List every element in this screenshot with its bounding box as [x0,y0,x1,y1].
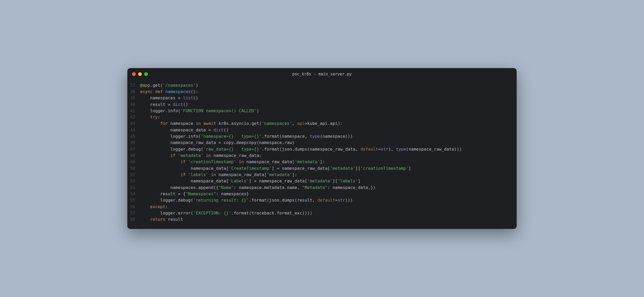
line-number: 55 [127,197,140,203]
code-line: 41 logger.info('FUNCTION namespaces() CA… [127,108,517,114]
code-content: logger.debug('returning result: {}'.form… [140,197,517,203]
code-line: 49 if 'creationTimestamp' in namespace_r… [127,159,517,165]
code-line: 44 namespace_data = dict() [127,127,517,133]
code-content: if 'labels' in namespace_raw_data['metad… [140,172,517,178]
code-line: 38async def namespaces(): [127,89,517,95]
code-content: namespaces.append({"Name": namespace.met… [140,185,517,191]
code-line: 42 try: [127,114,517,120]
line-number: 54 [127,191,140,197]
maximize-icon[interactable] [144,72,148,76]
code-line: 48 if 'metadata' in namespace_raw_data: [127,152,517,159]
line-number: 47 [127,146,140,152]
code-content: logger.info('namespace={} type={}'.forma… [140,133,517,140]
code-content: for namespace in await kr8s.asyncio.get(… [140,120,517,127]
code-content: result = dict() [140,101,517,108]
code-content: namespace_data['Labels'] = namespace_raw… [140,178,517,184]
code-content: logger.debug('raw_data={} type={}'.forma… [140,146,517,152]
line-number: 41 [127,108,140,114]
line-number: 53 [127,185,140,191]
code-content: namespace_data['CreateTimestamp'] = name… [140,165,517,172]
line-number: 40 [127,101,140,108]
code-content: return result [140,216,517,223]
code-line: 43 for namespace in await kr8s.asyncio.g… [127,120,517,127]
code-content: if 'creationTimestamp' in namespace_raw_… [140,159,517,165]
window-title: poc_kr8s - main_server.py [132,72,512,76]
code-content: @app.get('/namespaces') [140,82,517,89]
line-number: 45 [127,133,140,140]
line-number: 49 [127,159,140,165]
line-number: 50 [127,165,140,172]
code-line: 51 if 'labels' in namespace_raw_data['me… [127,172,517,178]
code-content: namespaces = list() [140,95,517,101]
code-line: 50 namespace_data['CreateTimestamp'] = n… [127,165,517,172]
line-number: 51 [127,172,140,178]
code-content: if 'metadata' in namespace_raw_data: [140,152,517,159]
line-number: 38 [127,89,140,95]
code-line: 47 logger.debug('raw_data={} type={}'.fo… [127,146,517,152]
code-content: except: [140,204,517,210]
line-number: 37 [127,82,140,89]
code-line: 40 result = dict() [127,101,517,108]
line-number: 44 [127,127,140,133]
code-line: 45 logger.info('namespace={} type={}'.fo… [127,133,517,140]
code-line: 54 result = {"Namespaces": namespaces} [127,191,517,197]
window-titlebar: poc_kr8s - main_server.py [127,68,517,80]
code-content: logger.error('EXCEPTION: {}'.format(trac… [140,210,517,216]
close-icon[interactable] [132,72,136,76]
line-number: 48 [127,152,140,159]
window-controls [132,72,148,76]
code-line: 58 return result [127,216,517,223]
code-line: 37@app.get('/namespaces') [127,82,517,89]
line-number: 52 [127,178,140,184]
line-number: 43 [127,120,140,127]
code-line: 53 namespaces.append({"Name": namespace.… [127,185,517,191]
line-number: 58 [127,216,140,223]
code-content: namespace_data = dict() [140,127,517,133]
code-line: 52 namespace_data['Labels'] = namespace_… [127,178,517,184]
line-number: 56 [127,204,140,210]
code-line: 57 logger.error('EXCEPTION: {}'.format(t… [127,210,517,216]
code-editor[interactable]: 37@app.get('/namespaces')38async def nam… [127,80,517,229]
line-number: 42 [127,114,140,120]
code-content: namespace_raw_data = copy.deepcopy(names… [140,140,517,146]
line-number: 57 [127,210,140,216]
code-content: try: [140,114,517,120]
code-line: 56 except: [127,204,517,210]
code-content: async def namespaces(): [140,89,517,95]
editor-window: poc_kr8s - main_server.py 37@app.get('/n… [127,68,517,229]
line-number: 46 [127,140,140,146]
code-line: 55 logger.debug('returning result: {}'.f… [127,197,517,203]
code-content: logger.info('FUNCTION namespaces() CALLE… [140,108,517,114]
code-content: result = {"Namespaces": namespaces} [140,191,517,197]
minimize-icon[interactable] [138,72,142,76]
line-number: 39 [127,95,140,101]
code-line: 39 namespaces = list() [127,95,517,101]
code-line: 46 namespace_raw_data = copy.deepcopy(na… [127,140,517,146]
